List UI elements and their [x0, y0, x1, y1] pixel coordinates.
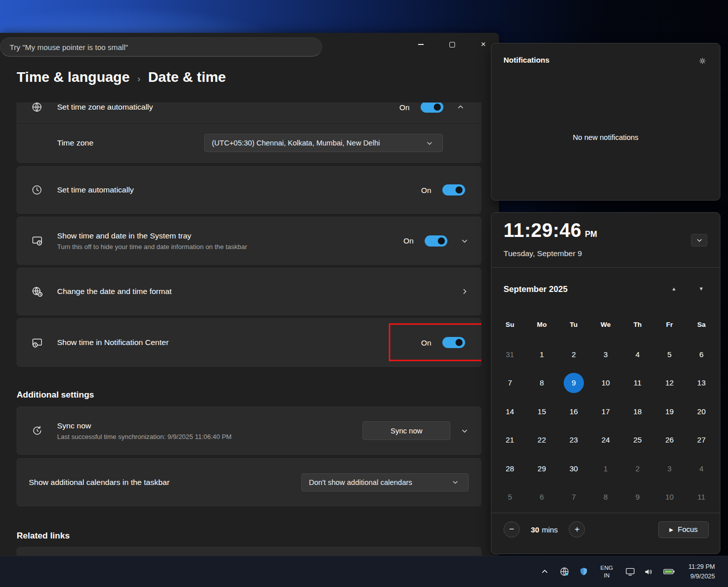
calendar-date-cell[interactable]: 5 — [494, 483, 526, 512]
calendar-date-cell[interactable]: 19 — [654, 397, 686, 426]
calendar-date-cell[interactable]: 27 — [686, 426, 717, 455]
system-tray: ENG IN 11:29 PM 9/9/2025 — [537, 556, 721, 587]
tray-chevron-up-icon[interactable] — [537, 568, 552, 575]
setting-card-tray-time: Show time and date in the System tray Tu… — [17, 217, 481, 265]
setting-card-timezone-auto: Set time zone automatically On Time zone… — [17, 103, 481, 163]
flyout-ampm: PM — [585, 230, 597, 239]
time-auto-toggle[interactable] — [442, 184, 465, 195]
page-title: Date & time — [148, 69, 226, 85]
calendar-date-cell[interactable]: 8 — [526, 369, 558, 398]
calendar-date-cell[interactable]: 29 — [526, 454, 558, 483]
timezone-auto-toggle[interactable] — [421, 103, 443, 113]
calendar-date-cell[interactable]: 7 — [558, 483, 589, 512]
timezone-dropdown-value: (UTC+05:30) Chennai, Kolkata, Mumbai, Ne… — [212, 139, 380, 147]
calendar-day-header: Sa — [686, 318, 717, 331]
taskbar-clock[interactable]: 11:29 PM 9/9/2025 — [682, 562, 721, 581]
setting-card-date-format[interactable]: Change the date and time format — [17, 268, 481, 315]
chevron-up-icon[interactable] — [454, 104, 467, 111]
minus-icon: − — [509, 524, 514, 534]
chevron-down-icon[interactable] — [459, 237, 471, 244]
calendar-grid: 3112345678910111213141516171819202122232… — [494, 340, 717, 511]
calendar-date-cell[interactable]: 6 — [526, 483, 558, 512]
calendar-date-cell[interactable]: 10 — [654, 483, 686, 512]
calendar-date-cell[interactable]: 9 — [558, 369, 589, 398]
calendar-date-cell[interactable]: 24 — [589, 426, 621, 455]
calendar-date-cell[interactable]: 1 — [589, 454, 621, 483]
calendar-date-cell[interactable]: 15 — [526, 397, 558, 426]
calendar-date-cell[interactable]: 3 — [654, 454, 686, 483]
notification-clock-icon — [31, 337, 43, 349]
focus-decrease-button[interactable]: − — [504, 521, 520, 537]
language-indicator[interactable]: ENG IN — [596, 564, 618, 579]
calendar-date-cell[interactable]: 4 — [686, 454, 717, 483]
setting-row-timezone-auto: Set time zone automatically On — [17, 103, 481, 123]
tray-network-icon[interactable] — [557, 566, 571, 577]
focus-button[interactable]: ▶ Focus — [658, 521, 709, 538]
calendar-date-cell[interactable]: 1 — [526, 340, 558, 369]
calendar-date-cell[interactable]: 30 — [558, 454, 589, 483]
display-icon[interactable] — [623, 566, 637, 577]
calendar-date-cell[interactable]: 21 — [494, 426, 526, 455]
calendar-date-cell[interactable]: 23 — [558, 426, 589, 455]
sync-now-button[interactable]: Sync now — [362, 421, 450, 440]
notification-clock-toggle[interactable] — [442, 337, 465, 348]
setting-card-additional-calendars: Show additional calendars in the taskbar… — [17, 458, 481, 506]
play-icon: ▶ — [669, 527, 673, 532]
calendar-date-cell[interactable]: 3 — [589, 340, 621, 369]
calendar-date-cell[interactable]: 7 — [494, 369, 526, 398]
setting-label: Sync now — [57, 421, 232, 430]
calendar-date-cell[interactable]: 26 — [654, 426, 686, 455]
calendar-date-cell[interactable]: 22 — [526, 426, 558, 455]
chevron-down-icon — [449, 479, 461, 485]
notification-settings-icon[interactable] — [698, 57, 707, 65]
calendar-date-cell[interactable]: 11 — [686, 483, 717, 512]
calendar-date-cell[interactable]: 6 — [686, 340, 717, 369]
calendar-date-cell[interactable]: 10 — [589, 369, 621, 398]
calendar-date-cell[interactable]: 25 — [622, 426, 654, 455]
calendar-date-cell[interactable]: 11 — [622, 369, 654, 398]
calendar-date-cell[interactable]: 13 — [686, 369, 717, 398]
maximize-icon — [449, 42, 455, 47]
timezone-dropdown[interactable]: (UTC+05:30) Chennai, Kolkata, Mumbai, Ne… — [204, 134, 443, 152]
calendar-date-cell[interactable]: 5 — [654, 340, 686, 369]
calendar-date-cell[interactable]: 14 — [494, 397, 526, 426]
calendar-date-cell[interactable]: 2 — [558, 340, 589, 369]
calendar-date-cell[interactable]: 31 — [494, 340, 526, 369]
calendar-nav: ▲ ▼ — [660, 280, 715, 297]
calendar-date-cell[interactable]: 2 — [622, 454, 654, 483]
additional-calendars-dropdown[interactable]: Don't show additional calendars — [301, 473, 469, 492]
calendar-date-cell[interactable]: 12 — [654, 369, 686, 398]
minimize-button[interactable] — [405, 33, 436, 56]
calendar-day-header: Tu — [558, 318, 589, 331]
calendar-prev-month-icon[interactable]: ▲ — [660, 280, 688, 297]
calendar-date-cell[interactable]: 20 — [686, 397, 717, 426]
chevron-down-icon[interactable] — [459, 427, 471, 434]
search-input[interactable]: Try "My mouse pointer is too small" — [0, 37, 322, 57]
chevron-down-icon — [423, 140, 435, 146]
battery-icon[interactable] — [660, 565, 677, 578]
calendar-date-cell[interactable]: 28 — [494, 454, 526, 483]
calendar-next-month-icon[interactable]: ▼ — [688, 280, 715, 297]
tray-time-toggle[interactable] — [425, 235, 447, 247]
calendar-collapse-button[interactable] — [691, 234, 707, 247]
calendar-date-cell[interactable]: 18 — [622, 397, 654, 426]
plus-icon: + — [574, 524, 579, 534]
calendar-day-header: Mo — [526, 318, 558, 331]
clock-calendar-panel: 11:29:46 PM Tuesday, September 9 Septemb… — [491, 212, 720, 554]
calendar-date-cell[interactable]: 16 — [558, 397, 589, 426]
calendar-date-cell[interactable]: 8 — [589, 483, 621, 512]
security-shield-icon[interactable] — [576, 567, 590, 576]
speaker-icon[interactable] — [642, 567, 655, 577]
sync-clock-icon — [31, 425, 43, 436]
breadcrumb-time-language[interactable]: Time & language — [17, 69, 130, 85]
chevron-right-icon — [459, 288, 471, 295]
setting-label: Show additional calendars in the taskbar — [29, 478, 169, 487]
related-links-card-partial[interactable] — [17, 547, 481, 556]
calendar-date-cell[interactable]: 9 — [622, 483, 654, 512]
maximize-button[interactable] — [436, 33, 468, 56]
calendar-date-cell[interactable]: 17 — [589, 397, 621, 426]
settings-window: Try "My mouse pointer is too small" × Ti… — [0, 33, 499, 556]
setting-row-notification-clock: Show time in Notification Center On — [17, 319, 481, 366]
calendar-date-cell[interactable]: 4 — [622, 340, 654, 369]
focus-increase-button[interactable]: + — [569, 521, 585, 537]
